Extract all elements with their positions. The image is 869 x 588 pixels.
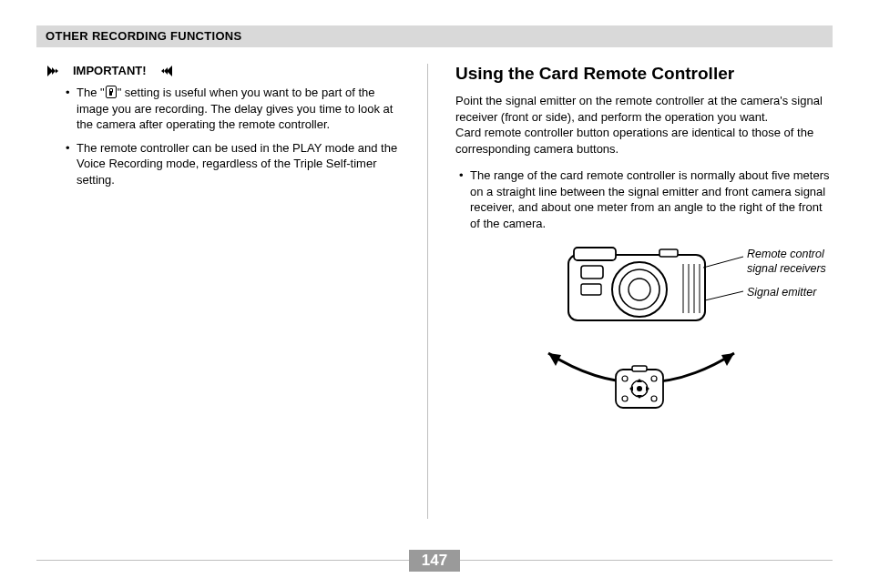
diagram-label-receivers: Remote control signal receivers (747, 248, 833, 276)
footer-rule-right (460, 560, 833, 561)
bullet-text-post: " setting is useful when you want to be … (77, 86, 393, 131)
paragraph-text: Card remote controller button operations… (455, 126, 813, 156)
svg-rect-11 (581, 284, 601, 295)
chevron-left-icon (152, 66, 172, 76)
svg-point-5 (629, 279, 650, 300)
svg-line-12 (703, 257, 743, 268)
paragraph-text: Point the signal emitter on the remote c… (455, 94, 823, 124)
paragraph: Point the signal emitter on the remote c… (455, 93, 833, 157)
page-footer: 147 (36, 550, 833, 572)
bullet-text-pre: The " (77, 86, 105, 99)
svg-rect-2 (659, 249, 678, 257)
two-column-layout: IMPORTANT! The "" setting is useful when… (36, 64, 833, 519)
list-item: The "" setting is useful when you want t… (67, 85, 400, 133)
manual-page: OTHER RECORDING FUNCTIONS IMPORTANT! The… (0, 0, 869, 588)
section-title: OTHER RECORDING FUNCTIONS (46, 29, 242, 43)
important-callout: IMPORTANT! (47, 64, 400, 77)
left-column: IMPORTANT! The "" setting is useful when… (36, 64, 400, 519)
svg-point-19 (637, 386, 642, 391)
important-list: The "" setting is useful when you want t… (67, 85, 400, 188)
bullet-text: The remote controller can be used in the… (77, 141, 397, 187)
section-header: OTHER RECORDING FUNCTIONS (36, 25, 833, 47)
remote-icon (106, 86, 117, 98)
chevron-right-icon (47, 66, 67, 76)
svg-rect-1 (574, 248, 616, 260)
subsection-heading: Using the Card Remote Controller (455, 64, 833, 84)
important-label: IMPORTANT! (73, 64, 147, 77)
column-divider (427, 64, 428, 519)
diagram-label-emitter: Signal emitter (747, 286, 816, 299)
list-item: The range of the card remote controller … (461, 167, 833, 231)
list-item: The remote controller can be used in the… (67, 140, 400, 188)
label-text: Remote control signal receivers (747, 248, 826, 275)
svg-line-13 (705, 291, 743, 300)
footer-rule-left (36, 560, 409, 561)
camera-remote-diagram: Remote control signal receivers Signal e… (505, 244, 833, 417)
svg-rect-17 (632, 366, 647, 371)
label-text: Signal emitter (747, 286, 816, 299)
right-column: Using the Card Remote Controller Point t… (455, 64, 833, 519)
svg-line-28 (666, 333, 735, 371)
page-number: 147 (409, 550, 460, 572)
bullet-text: The range of the card remote controller … (470, 168, 830, 230)
svg-rect-10 (581, 266, 603, 279)
range-note-list: The range of the card remote controller … (461, 167, 833, 231)
